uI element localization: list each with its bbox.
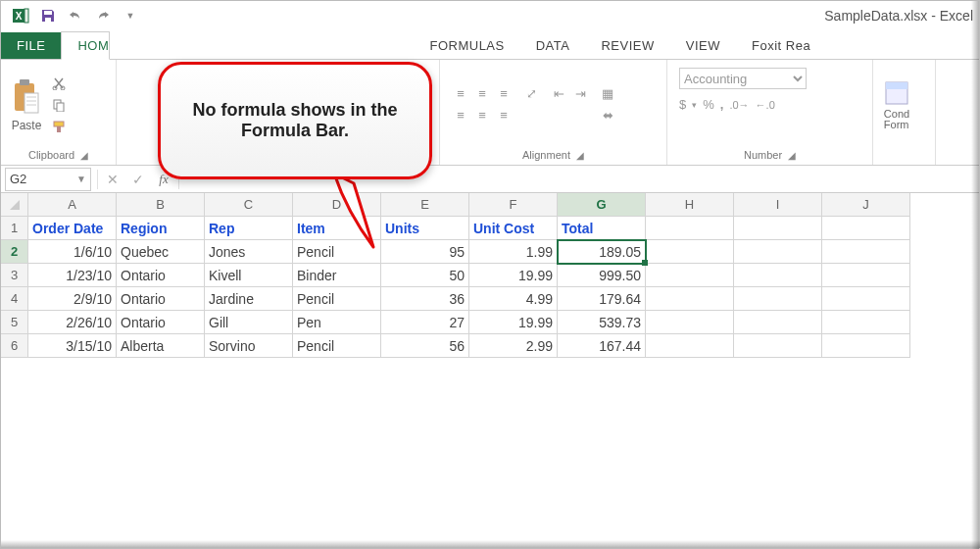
col-header-B[interactable]: B (117, 193, 205, 217)
cell[interactable]: Jardine (205, 287, 293, 311)
cell[interactable]: Pencil (293, 287, 381, 311)
tab-view[interactable]: VIEW (670, 32, 736, 59)
cell[interactable] (822, 240, 910, 264)
cell[interactable] (646, 217, 734, 240)
cell[interactable] (822, 264, 910, 287)
cell[interactable]: 19.99 (469, 264, 558, 287)
cell[interactable] (822, 287, 910, 311)
cell[interactable] (734, 240, 822, 264)
orientation-icon[interactable]: ⤢ (522, 85, 540, 103)
cell[interactable]: 56 (381, 334, 469, 358)
tab-foxit[interactable]: Foxit Rea (736, 32, 826, 59)
cell[interactable]: 19.99 (469, 311, 558, 334)
align-middle-icon[interactable]: ≡ (473, 85, 491, 103)
cell[interactable]: Alberta (117, 334, 205, 358)
col-header-F[interactable]: F (469, 193, 558, 217)
cell[interactable] (646, 311, 734, 334)
align-center-icon[interactable]: ≡ (473, 107, 491, 125)
cell[interactable]: 95 (381, 240, 469, 264)
col-header-J[interactable]: J (822, 193, 910, 217)
wrap-text-icon[interactable]: ▦ (599, 85, 616, 103)
paste-button[interactable]: Paste (7, 77, 46, 132)
cell[interactable]: 179.64 (558, 287, 646, 311)
col-header-E[interactable]: E (381, 193, 469, 217)
align-right-icon[interactable]: ≡ (495, 107, 513, 125)
cell[interactable]: 539.73 (558, 311, 646, 334)
selected-cell[interactable]: 189.05 (558, 240, 646, 264)
cell[interactable]: Gill (205, 311, 293, 334)
cell[interactable]: 1.99 (469, 240, 558, 264)
cell[interactable]: Binder (293, 264, 381, 287)
col-header-G[interactable]: G (558, 193, 646, 217)
cell[interactable] (734, 264, 822, 287)
select-all-corner[interactable] (1, 193, 28, 217)
cell[interactable]: 999.50 (558, 264, 646, 287)
cell[interactable]: 2.99 (469, 334, 558, 358)
decrease-indent-icon[interactable]: ⇤ (550, 85, 567, 103)
cell[interactable] (646, 264, 734, 287)
cell[interactable]: 2/26/10 (28, 311, 117, 334)
align-bottom-icon[interactable]: ≡ (495, 85, 513, 103)
merge-center-icon[interactable]: ⬌ (599, 107, 616, 125)
cell[interactable]: 36 (381, 287, 469, 311)
cell[interactable]: 4.99 (469, 287, 558, 311)
currency-icon[interactable]: $ (679, 97, 686, 112)
tab-formulas[interactable]: FORMULAS (414, 32, 519, 59)
copy-icon[interactable] (50, 96, 68, 114)
align-top-icon[interactable]: ≡ (452, 85, 469, 103)
cell[interactable]: Units (381, 217, 469, 240)
conditional-formatting-button[interactable]: Cond Form (879, 79, 914, 130)
save-icon[interactable] (36, 4, 60, 27)
cell[interactable] (822, 311, 910, 334)
align-left-icon[interactable]: ≡ (452, 107, 469, 125)
cell[interactable] (646, 240, 734, 264)
row-header[interactable]: 1 (1, 217, 28, 240)
cell[interactable] (822, 334, 910, 358)
tab-file[interactable]: FILE (1, 32, 61, 59)
cell[interactable] (734, 311, 822, 334)
name-box[interactable]: G2 ▼ (5, 168, 91, 191)
cell[interactable]: Ontario (117, 287, 205, 311)
cell[interactable]: 1/23/10 (28, 264, 117, 287)
cell[interactable] (734, 287, 822, 311)
tab-review[interactable]: REVIEW (585, 32, 669, 59)
cell[interactable] (734, 334, 822, 358)
number-launcher-icon[interactable]: ◢ (788, 150, 796, 161)
row-header[interactable]: 2 (1, 240, 28, 264)
cell[interactable]: Quebec (117, 240, 205, 264)
qat-dropdown-icon[interactable]: ▼ (119, 4, 142, 27)
cell[interactable]: Sorvino (205, 334, 293, 358)
cell[interactable]: Rep (205, 217, 293, 240)
increase-decimal-icon[interactable]: .0→ (729, 99, 749, 111)
cell[interactable]: Ontario (117, 311, 205, 334)
decrease-decimal-icon[interactable]: ←.0 (756, 99, 775, 111)
cell[interactable]: Ontario (117, 264, 205, 287)
cell[interactable]: Pencil (293, 334, 381, 358)
clipboard-launcher-icon[interactable]: ◢ (80, 150, 88, 161)
cell[interactable]: 2/9/10 (28, 287, 117, 311)
cell[interactable] (646, 334, 734, 358)
cell[interactable]: Total (558, 217, 646, 240)
col-header-C[interactable]: C (205, 193, 293, 217)
excel-icon[interactable]: X (9, 4, 32, 27)
row-header[interactable]: 6 (1, 334, 28, 358)
cell[interactable]: Order Date (28, 217, 117, 240)
cell[interactable]: Unit Cost (469, 217, 558, 240)
cell[interactable] (734, 217, 822, 240)
cell[interactable]: 3/15/10 (28, 334, 117, 358)
cell[interactable]: Pen (293, 311, 381, 334)
cell[interactable]: 1/6/10 (28, 240, 117, 264)
redo-icon[interactable] (91, 4, 115, 27)
alignment-launcher-icon[interactable]: ◢ (576, 150, 584, 161)
cancel-formula-icon[interactable]: ✕ (100, 172, 125, 187)
cell[interactable]: 27 (381, 311, 469, 334)
cell[interactable]: Region (117, 217, 205, 240)
row-header[interactable]: 4 (1, 287, 28, 311)
cut-icon[interactable] (50, 75, 68, 92)
name-box-dropdown-icon[interactable]: ▼ (76, 174, 86, 184)
tab-data[interactable]: DATA (520, 32, 586, 59)
col-header-I[interactable]: I (734, 193, 822, 217)
row-header[interactable]: 5 (1, 311, 28, 334)
tab-home[interactable]: HOME (61, 31, 110, 60)
cell[interactable]: Kivell (205, 264, 293, 287)
